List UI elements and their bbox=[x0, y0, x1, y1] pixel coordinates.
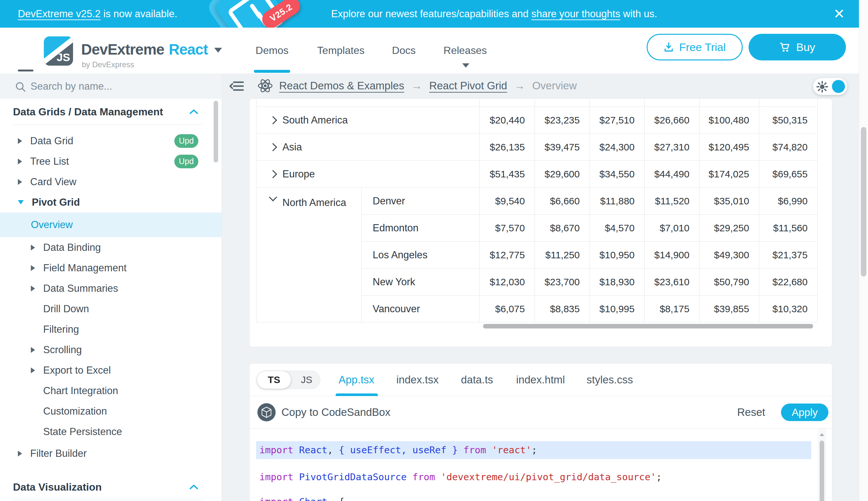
expand-arrow-icon[interactable] bbox=[31, 245, 35, 250]
page-scrollbar-thumb[interactable] bbox=[861, 127, 866, 277]
share-thoughts-link[interactable]: share your thoughts bbox=[531, 8, 620, 20]
expand-arrow-icon[interactable] bbox=[31, 265, 35, 271]
expand-arrow-icon[interactable] bbox=[31, 367, 35, 373]
sidebar-item-state-persistence[interactable]: State Persistence bbox=[0, 422, 222, 442]
releases-caret-icon[interactable] bbox=[462, 63, 469, 67]
nav-templates[interactable]: Templates bbox=[314, 28, 367, 73]
sidebar-item-drill-down[interactable]: Drill Down bbox=[0, 299, 222, 319]
tab-index-tsx[interactable]: index.tsx bbox=[396, 364, 439, 396]
expand-chevron-icon[interactable] bbox=[269, 170, 277, 178]
language-option-js[interactable]: JS bbox=[301, 371, 312, 388]
sidebar-item-scrolling[interactable]: Scrolling bbox=[0, 340, 222, 360]
sidebar-item-filtering[interactable]: Filtering bbox=[0, 319, 222, 340]
pivot-cell: $100,480 bbox=[699, 107, 759, 134]
sidebar-item-field-management[interactable]: Field Management bbox=[0, 258, 222, 278]
devextreme-js-logo[interactable]: JS bbox=[44, 36, 73, 66]
collapse-sidebar-icon[interactable] bbox=[229, 80, 244, 92]
pivot-cell: $12,775 bbox=[480, 242, 535, 268]
breadcrumb-current: Overview bbox=[532, 79, 577, 92]
sidebar-item-filter-builder[interactable]: Filter Builder bbox=[0, 443, 222, 463]
breadcrumb: React Demos & Examples → React Pivot Gri… bbox=[279, 73, 577, 98]
banner-close-icon[interactable]: ✕ bbox=[828, 0, 850, 28]
code-tabs-row: TS JS App.tsx index.tsx data.ts index.ht… bbox=[250, 364, 832, 396]
expand-chevron-icon[interactable] bbox=[269, 143, 277, 151]
sidebar-item-data-grid[interactable]: Data GridUpd bbox=[0, 131, 222, 151]
theme-toggle[interactable] bbox=[813, 78, 847, 95]
collapse-arrow-icon[interactable] bbox=[18, 200, 24, 204]
pivot-cell: $27,310 bbox=[644, 134, 699, 160]
expand-arrow-icon[interactable] bbox=[18, 159, 22, 164]
pivot-cell: $29,250 bbox=[699, 214, 759, 242]
pivot-row-label-europe[interactable]: Europe bbox=[256, 160, 480, 188]
banner-release-text: DevExtreme v25.2 is now available. bbox=[18, 0, 177, 28]
sidebar-item-tree-list[interactable]: Tree ListUpd bbox=[0, 151, 222, 172]
code-line: import PivotGridDataSource from 'devextr… bbox=[256, 468, 811, 486]
banner-release-link[interactable]: DevExtreme v25.2 bbox=[18, 8, 101, 20]
sidebar-item-overview[interactable]: Overview bbox=[0, 213, 222, 237]
main-content: React Demos & Examples → React Pivot Gri… bbox=[222, 73, 859, 501]
nav-docs[interactable]: Docs bbox=[391, 28, 417, 73]
pivot-cell: $7,010 bbox=[644, 214, 699, 242]
tab-app-tsx[interactable]: App.tsx bbox=[339, 364, 374, 396]
sidebar-item-card-view[interactable]: Card View bbox=[0, 172, 222, 192]
free-trial-button[interactable]: Free Trial bbox=[647, 34, 743, 61]
sidebar-item-pivot-grid[interactable]: Pivot Grid bbox=[0, 192, 222, 213]
expand-arrow-icon[interactable] bbox=[18, 179, 22, 185]
language-toggle-knob[interactable]: TS bbox=[257, 371, 291, 389]
nav-demos[interactable]: Demos bbox=[254, 28, 290, 73]
tab-index-html[interactable]: index.html bbox=[516, 364, 565, 396]
language-toggle[interactable]: TS JS bbox=[257, 371, 320, 389]
expand-chevron-icon[interactable] bbox=[269, 116, 277, 124]
pivot-cell: $8,670 bbox=[535, 214, 590, 242]
breadcrumb-root-link[interactable]: React Demos & Examples bbox=[279, 79, 404, 92]
scroll-up-arrow-icon[interactable] bbox=[820, 433, 824, 436]
page-scrollbar[interactable] bbox=[859, 0, 868, 501]
pivot-cell: $10,320 bbox=[759, 295, 818, 322]
pivot-row-label-north-america[interactable]: North America bbox=[256, 188, 361, 322]
code-scrollbar-thumb[interactable] bbox=[820, 440, 824, 501]
breadcrumb-parent-link[interactable]: React Pivot Grid bbox=[429, 79, 507, 92]
code-panel-card: TS JS App.tsx index.tsx data.ts index.ht… bbox=[249, 363, 832, 501]
pivot-cell: $26,660 bbox=[644, 107, 699, 134]
reset-button[interactable]: Reset bbox=[737, 396, 765, 428]
sidebar-scrollbar-thumb[interactable] bbox=[213, 101, 218, 162]
pivot-cell: $8,835 bbox=[535, 295, 590, 322]
tab-data-ts[interactable]: data.ts bbox=[461, 364, 493, 396]
expand-arrow-icon[interactable] bbox=[18, 451, 22, 457]
site-header: JS DevExtremeReact by DevExpress Demos T… bbox=[0, 28, 859, 73]
theme-toggle-knob[interactable] bbox=[832, 80, 845, 93]
sidebar-item-export-to-excel[interactable]: Export to Excel bbox=[0, 360, 222, 381]
search-icon bbox=[15, 81, 26, 92]
sidebar-item-customization[interactable]: Customization bbox=[0, 401, 222, 422]
buy-button[interactable]: Buy bbox=[749, 34, 846, 61]
pivot-horizontal-scrollbar[interactable] bbox=[483, 324, 813, 329]
pivot-row-label-asia[interactable]: Asia bbox=[256, 134, 480, 160]
section-data-visualization[interactable]: Data Visualization bbox=[0, 474, 222, 500]
apply-button[interactable]: Apply bbox=[781, 404, 828, 421]
tab-styles-css[interactable]: styles.css bbox=[586, 364, 633, 396]
search-input[interactable] bbox=[30, 73, 207, 99]
promo-banner: DevExtreme v25.2 is now available. V25.2… bbox=[0, 0, 859, 28]
expand-arrow-icon[interactable] bbox=[18, 138, 22, 144]
collapse-chevron-icon[interactable] bbox=[269, 193, 277, 201]
pivot-cell: $10,950 bbox=[590, 242, 644, 268]
sidebar-item-chart-integration[interactable]: Chart Integration bbox=[0, 381, 222, 401]
platform-dropdown-caret-icon[interactable] bbox=[214, 48, 222, 53]
pivot-cell: $23,235 bbox=[535, 107, 590, 134]
pivot-header-cell bbox=[644, 99, 699, 107]
sidebar-item-data-summaries[interactable]: Data Summaries bbox=[0, 278, 222, 299]
chevron-up-icon[interactable] bbox=[189, 109, 198, 114]
expand-arrow-icon[interactable] bbox=[31, 347, 35, 353]
code-editor[interactable]: import React, { useEffect, useRef } from… bbox=[250, 428, 818, 501]
react-icon bbox=[257, 78, 273, 94]
section-data-grids[interactable]: Data Grids / Data Management bbox=[0, 99, 222, 125]
codesandbox-icon[interactable] bbox=[257, 403, 276, 422]
copy-to-codesandbox-label[interactable]: Copy to CodeSandBox bbox=[282, 396, 391, 428]
expand-arrow-icon[interactable] bbox=[31, 286, 35, 291]
pivot-cell: $6,075 bbox=[480, 295, 535, 322]
sidebar-item-data-binding[interactable]: Data Binding bbox=[0, 237, 222, 258]
pivot-header-cell bbox=[699, 99, 759, 107]
pivot-row-label-south-america[interactable]: South America bbox=[256, 107, 480, 134]
chevron-up-icon[interactable] bbox=[189, 484, 198, 490]
code-scrollbar-track[interactable] bbox=[818, 428, 826, 501]
